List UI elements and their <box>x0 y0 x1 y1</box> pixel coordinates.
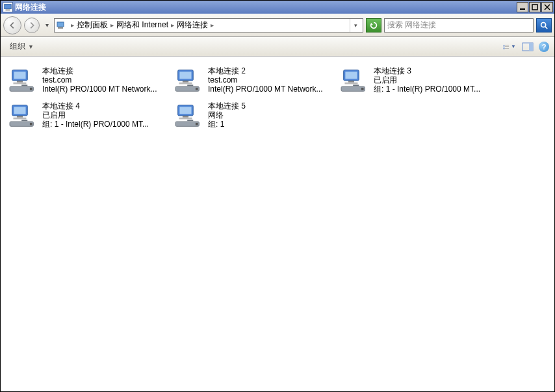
network-adapter-icon <box>173 101 204 130</box>
connection-status: 已启用 <box>374 75 480 85</box>
connection-name: 本地连接 3 <box>374 66 480 75</box>
address-bar[interactable]: ▸ 控制面板 ▸ 网络和 Internet ▸ 网络连接 ▸ ▾ <box>54 18 363 33</box>
window-title: 网络连接 <box>15 2 516 13</box>
svg-rect-35 <box>361 88 364 90</box>
connection-device: 组: 1 - Intel(R) PRO/1000 MT... <box>374 85 480 94</box>
svg-rect-19 <box>14 72 25 79</box>
svg-rect-11 <box>505 44 509 45</box>
svg-rect-6 <box>57 22 64 27</box>
svg-rect-44 <box>183 116 188 118</box>
breadcrumb-sep-icon: ▸ <box>71 21 74 29</box>
connection-item[interactable]: 本地连接 4 已启用 组: 1 - Intel(R) PRO/1000 MT..… <box>6 100 172 133</box>
network-adapter-icon <box>339 66 370 95</box>
title-bar: 网络连接 <box>1 1 554 14</box>
connection-device: Intel(R) PRO/1000 MT Network... <box>208 85 323 94</box>
breadcrumb-item-3[interactable]: 网络连接 <box>177 20 208 31</box>
connection-item[interactable]: 本地连接 3 已启用 组: 1 - Intel(R) PRO/1000 MT..… <box>337 65 503 98</box>
network-adapter-icon <box>7 101 38 130</box>
search-input[interactable]: 搜索 网络连接 <box>384 18 534 33</box>
svg-rect-21 <box>13 83 26 85</box>
connection-status: test.com <box>208 75 323 85</box>
view-options-button[interactable]: ▼ <box>502 40 517 53</box>
svg-rect-29 <box>196 88 198 90</box>
svg-rect-0 <box>5 5 12 9</box>
connection-device: Intel(R) PRO/1000 MT Network... <box>42 85 157 94</box>
svg-rect-38 <box>17 116 23 118</box>
connection-status: 网络 <box>208 111 246 120</box>
svg-rect-43 <box>179 107 191 114</box>
svg-rect-26 <box>183 81 188 83</box>
refresh-button[interactable] <box>366 18 381 33</box>
svg-rect-33 <box>344 83 357 85</box>
breadcrumb-sep-icon: ▸ <box>171 21 174 29</box>
back-button[interactable] <box>3 16 21 34</box>
connection-item[interactable]: 本地连接 2 test.com Intel(R) PRO/1000 MT Net… <box>172 65 337 98</box>
network-adapter-icon <box>173 66 204 95</box>
connection-name: 本地连接 5 <box>208 101 246 111</box>
svg-rect-12 <box>504 46 505 47</box>
svg-rect-46 <box>175 122 199 126</box>
connection-device: 组: 1 - Intel(R) PRO/1000 MT... <box>42 120 149 129</box>
svg-rect-31 <box>345 72 357 79</box>
forward-button[interactable] <box>24 18 40 33</box>
navigation-bar: ▾ ▸ 控制面板 ▸ 网络和 Internet ▸ 网络连接 ▸ ▾ 搜索 网络… <box>1 14 554 37</box>
svg-rect-39 <box>13 118 26 120</box>
breadcrumb-item-2[interactable]: 网络和 Internet <box>116 20 168 31</box>
connection-status: test.com <box>42 75 157 85</box>
breadcrumb-item-1[interactable]: 控制面板 <box>77 20 108 31</box>
app-icon <box>3 2 13 12</box>
address-dropdown[interactable]: ▾ <box>350 19 361 32</box>
chevron-down-icon: ▼ <box>28 44 34 50</box>
svg-rect-17 <box>529 43 533 51</box>
command-bar: 组织 ▼ ▼ ? <box>1 37 554 57</box>
breadcrumb-sep-icon: ▸ <box>110 21 114 29</box>
svg-rect-41 <box>30 123 32 125</box>
connection-name: 本地连接 4 <box>42 101 149 111</box>
nav-history-dropdown[interactable]: ▾ <box>42 21 51 29</box>
svg-rect-28 <box>175 86 199 91</box>
organize-label: 组织 <box>10 41 25 52</box>
content-area: 本地连接 test.com Intel(R) PRO/1000 MT Netwo… <box>1 57 554 391</box>
organize-button[interactable]: 组织 ▼ <box>6 39 38 54</box>
svg-rect-7 <box>58 27 63 29</box>
location-icon <box>56 20 66 31</box>
connection-name: 本地连接 2 <box>208 66 323 75</box>
connection-item[interactable]: 本地连接 5 网络 组: 1 <box>172 100 337 133</box>
chevron-down-icon: ▼ <box>511 44 516 49</box>
svg-rect-47 <box>196 123 198 125</box>
preview-pane-button[interactable] <box>521 40 535 53</box>
search-button[interactable] <box>536 18 552 33</box>
svg-rect-32 <box>348 81 354 83</box>
svg-rect-45 <box>179 118 192 120</box>
connection-device: 组: 1 <box>208 120 246 129</box>
svg-rect-15 <box>505 48 509 49</box>
svg-rect-3 <box>532 5 537 10</box>
maximize-button[interactable] <box>529 2 541 12</box>
svg-rect-23 <box>30 88 32 90</box>
connection-name: 本地连接 <box>42 66 157 75</box>
svg-rect-27 <box>179 83 192 85</box>
search-placeholder: 搜索 网络连接 <box>387 20 436 31</box>
connection-item[interactable]: 本地连接 test.com Intel(R) PRO/1000 MT Netwo… <box>6 65 172 98</box>
svg-rect-25 <box>179 72 191 79</box>
connection-list: 本地连接 test.com Intel(R) PRO/1000 MT Netwo… <box>6 65 549 135</box>
breadcrumb-sep-icon: ▸ <box>211 21 214 29</box>
svg-rect-1 <box>6 10 10 11</box>
svg-line-9 <box>545 26 548 29</box>
svg-point-8 <box>541 22 546 27</box>
network-adapter-icon <box>7 66 38 95</box>
help-button[interactable]: ? <box>539 42 549 52</box>
svg-rect-10 <box>504 44 505 46</box>
svg-rect-20 <box>17 81 23 83</box>
connection-status: 已启用 <box>42 111 149 120</box>
svg-rect-37 <box>14 107 25 114</box>
minimize-button[interactable] <box>517 2 528 12</box>
svg-rect-14 <box>504 48 505 49</box>
close-button[interactable] <box>541 2 553 12</box>
svg-rect-13 <box>505 46 509 47</box>
